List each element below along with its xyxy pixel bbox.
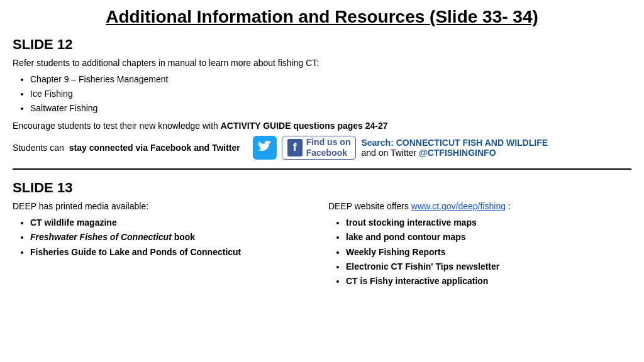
slide-12-bullet-list: Chapter 9 – Fisheries Management Ice Fis… <box>30 72 631 116</box>
list-item: lake and pond contour maps <box>346 230 631 244</box>
bullet-bold: Electronic CT Fishin' Tips newsletter <box>346 261 499 272</box>
page-title: Additional Information and Resources (Sl… <box>13 6 631 28</box>
social-row: Students can stay connected via Facebook… <box>13 136 631 160</box>
list-item: Chapter 9 – Fisheries Management <box>30 72 631 86</box>
slide-12-section: SLIDE 12 Refer students to additional ch… <box>13 36 631 160</box>
twitter-suffix: and on Twitter <box>361 148 419 158</box>
slide-12-heading: SLIDE 12 <box>13 36 631 53</box>
bullet-bold: trout stocking interactive maps <box>346 217 477 228</box>
slide-13-section: SLIDE 13 DEEP has printed media availabl… <box>13 180 631 292</box>
right-intro-prefix: DEEP website offers <box>328 201 411 211</box>
bullet-bold: CT wildlife magazine <box>30 217 117 228</box>
bullet-bold-italic: Freshwater Fishes of Connecticut <box>30 232 172 242</box>
deep-website-link[interactable]: www.ct.gov/deep/fishing <box>411 201 506 211</box>
section-divider <box>13 168 631 170</box>
slide-13-right: DEEP website offers www.ct.gov/deep/fish… <box>328 200 631 292</box>
slide-13-heading: SLIDE 13 <box>13 180 631 196</box>
bullet-bold: Weekly Fishing Reports <box>346 247 445 257</box>
social-bold: stay connected via Facebook and Twitter <box>69 143 240 153</box>
activity-bold: ACTIVITY GUIDE questions pages 24-27 <box>221 121 388 131</box>
slide-13-left: DEEP has printed media available: CT wil… <box>13 200 316 292</box>
activity-line: Encourage students to test their new kno… <box>13 121 631 131</box>
bullet-bold: lake and pond contour maps <box>346 232 466 242</box>
two-column-layout: DEEP has printed media available: CT wil… <box>13 200 631 292</box>
social-prefix: Students can <box>13 143 64 153</box>
find-us-platform: Facebook <box>306 148 347 158</box>
activity-prefix: Encourage students to test their new kno… <box>13 121 221 131</box>
facebook-badge: f Find us on Facebook <box>282 136 357 160</box>
list-item: Electronic CT Fishin' Tips newsletter <box>346 260 631 273</box>
slide-13-right-intro: DEEP website offers www.ct.gov/deep/fish… <box>328 200 631 213</box>
bullet-book-suffix: book <box>172 232 195 242</box>
list-item: trout stocking interactive maps <box>346 216 631 229</box>
list-item: CT wildlife magazine <box>30 216 316 229</box>
twitter-icon <box>253 136 277 160</box>
list-item: Ice Fishing <box>30 87 631 101</box>
find-us-text: Find us on Facebook <box>306 137 351 158</box>
list-item: Saltwater Fishing <box>30 101 631 115</box>
find-us-label: Find us on <box>306 137 351 147</box>
search-text-block: Search: CONNECTICUT FISH AND WILDLIFE an… <box>361 138 548 158</box>
list-item: Fisheries Guide to Lake and Ponds of Con… <box>30 245 316 259</box>
twitter-handle: @CTFISHINGINFO <box>419 148 496 158</box>
bullet-italic: Freshwater Fishes of Connecticut <box>30 232 172 242</box>
slide-12-intro: Refer students to additional chapters in… <box>13 57 631 70</box>
list-item: Weekly Fishing Reports <box>346 245 631 259</box>
search-text: Search: CONNECTICUT FISH AND WILDLIFE <box>361 138 548 148</box>
bullet-bold: CT is Fishy interactive application <box>346 276 488 286</box>
facebook-f-icon: f <box>287 139 303 156</box>
list-item: CT is Fishy interactive application <box>346 274 631 288</box>
list-item: Freshwater Fishes of Connecticut book <box>30 230 316 244</box>
slide-13-right-bullets: trout stocking interactive maps lake and… <box>346 216 631 288</box>
slide-13-left-bullets: CT wildlife magazine Freshwater Fishes o… <box>30 216 316 259</box>
right-intro-suffix: : <box>506 201 511 211</box>
slide-13-left-intro: DEEP has printed media available: <box>13 200 316 213</box>
bullet-bold-3: Fisheries Guide to Lake and Ponds of Con… <box>30 247 241 257</box>
